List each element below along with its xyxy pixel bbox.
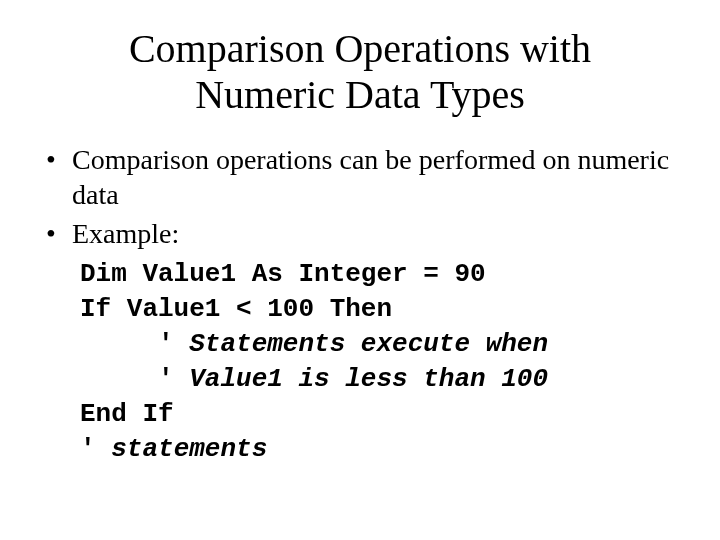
bullet-item: Example: — [40, 216, 680, 251]
code-line: ' Statements execute when — [80, 329, 548, 359]
bullet-list: Comparison operations can be performed o… — [40, 142, 680, 251]
code-line: If Value1 < 100 Then — [80, 294, 392, 324]
code-block: Dim Value1 As Integer = 90 If Value1 < 1… — [80, 257, 680, 468]
slide-title: Comparison Operations with Numeric Data … — [40, 26, 680, 118]
slide: Comparison Operations with Numeric Data … — [0, 0, 720, 540]
bullet-item: Comparison operations can be performed o… — [40, 142, 680, 212]
title-line-1: Comparison Operations with — [129, 26, 591, 71]
code-line: Dim Value1 As Integer = 90 — [80, 259, 486, 289]
code-line: ' statements — [80, 434, 267, 464]
code-line: ' Value1 is less than 100 — [80, 364, 548, 394]
title-line-2: Numeric Data Types — [195, 72, 525, 117]
code-line: End If — [80, 399, 174, 429]
